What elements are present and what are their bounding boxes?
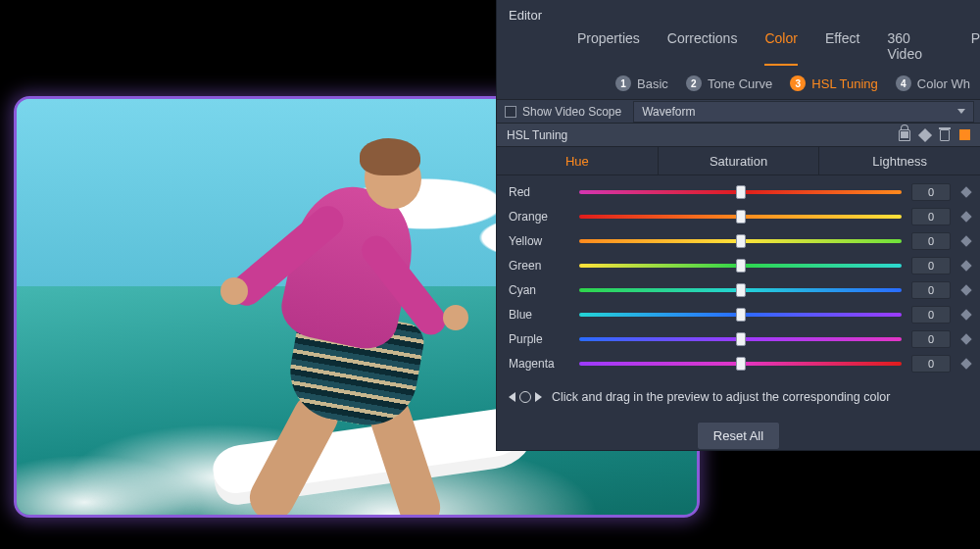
keyframe-icon[interactable] xyxy=(960,211,971,222)
active-indicator-icon[interactable] xyxy=(959,129,970,140)
drag-hint-text: Click and drag in the preview to adjust … xyxy=(552,390,890,404)
select-value: Waveform xyxy=(642,105,695,119)
slider-value-input[interactable]: 0 xyxy=(911,232,951,250)
subtab-num-icon: 2 xyxy=(686,75,702,91)
keyframe-icon[interactable] xyxy=(960,235,971,246)
editor-tabs: Properties Corrections Color Effect 360 … xyxy=(497,26,980,72)
hue-slider-magenta[interactable] xyxy=(579,362,902,366)
lock-icon[interactable] xyxy=(899,129,910,141)
triangle-right-icon xyxy=(535,392,542,402)
hue-slider-blue[interactable] xyxy=(579,313,902,317)
slider-thumb[interactable] xyxy=(736,308,746,322)
hsl-mode-tabs: Hue Saturation Lightness xyxy=(497,147,980,175)
drag-hint: Click and drag in the preview to adjust … xyxy=(497,378,980,410)
slider-row-blue: Blue0 xyxy=(509,303,970,326)
subtab-num-icon: 1 xyxy=(615,75,631,91)
slider-value-input[interactable]: 0 xyxy=(911,208,951,225)
section-header: HSL Tuning xyxy=(497,124,980,147)
video-scope-select[interactable]: Waveform xyxy=(633,101,974,123)
slider-value-input[interactable]: 0 xyxy=(911,281,951,299)
slider-row-purple: Purple0 xyxy=(509,327,970,351)
editor-panel: Editor Properties Corrections Color Effe… xyxy=(496,0,980,451)
slider-label: Yellow xyxy=(509,234,579,248)
slider-thumb[interactable] xyxy=(736,332,746,346)
keyframe-icon[interactable] xyxy=(960,333,971,344)
chevron-down-icon xyxy=(957,109,965,114)
slider-value-input[interactable]: 0 xyxy=(911,355,951,373)
slider-row-magenta: Magenta0 xyxy=(509,352,970,375)
slider-thumb[interactable] xyxy=(736,210,746,224)
keyframe-icon[interactable] xyxy=(960,284,971,295)
slider-thumb[interactable] xyxy=(736,185,746,199)
subtab-tone-curve[interactable]: 2 Tone Curve xyxy=(686,75,772,91)
slider-row-cyan: Cyan0 xyxy=(509,278,970,302)
hsl-tab-saturation[interactable]: Saturation xyxy=(658,147,819,175)
slider-row-orange: Orange0 xyxy=(509,205,970,228)
slider-label: Blue xyxy=(509,308,579,322)
keyframe-icon[interactable] xyxy=(960,186,971,197)
slider-row-green: Green0 xyxy=(509,254,970,277)
subtab-num-icon: 3 xyxy=(790,75,806,91)
reset-all-button[interactable]: Reset All xyxy=(697,422,780,450)
slider-thumb[interactable] xyxy=(736,259,746,273)
keyframe-icon[interactable] xyxy=(960,260,971,271)
panel-title: Editor xyxy=(497,0,980,26)
slider-value-input[interactable]: 0 xyxy=(911,330,951,348)
tab-more[interactable]: P xyxy=(971,30,980,66)
hsl-sliders: Red0Orange0Yellow0Green0Cyan0Blue0Purple… xyxy=(497,175,980,378)
keyframe-icon[interactable] xyxy=(918,128,932,142)
drag-target-icon[interactable] xyxy=(509,391,542,403)
triangle-left-icon xyxy=(509,392,515,402)
keyframe-icon[interactable] xyxy=(960,358,971,369)
video-scope-row: Show Video Scope Waveform xyxy=(497,99,980,124)
slider-value-input[interactable]: 0 xyxy=(911,183,951,201)
subtab-label: Tone Curve xyxy=(708,76,772,91)
subtab-basic[interactable]: 1 Basic xyxy=(615,75,668,91)
slider-thumb[interactable] xyxy=(736,234,746,248)
tab-color[interactable]: Color xyxy=(764,30,797,66)
subtab-label: Color Wh xyxy=(917,76,970,91)
keyframe-icon[interactable] xyxy=(960,309,971,320)
subtab-label: Basic xyxy=(637,76,668,91)
hue-slider-green[interactable] xyxy=(579,264,902,268)
checkbox-icon xyxy=(505,106,516,118)
editor-subtabs: 1 Basic 2 Tone Curve 3 HSL Tuning 4 Colo… xyxy=(497,72,980,99)
slider-thumb[interactable] xyxy=(736,357,746,371)
slider-value-input[interactable]: 0 xyxy=(911,257,951,274)
hsl-tab-lightness[interactable]: Lightness xyxy=(818,147,980,175)
hue-slider-orange[interactable] xyxy=(579,215,902,219)
slider-label: Magenta xyxy=(509,357,579,371)
tab-properties[interactable]: Properties xyxy=(577,30,640,66)
slider-label: Green xyxy=(509,259,579,273)
slider-row-yellow: Yellow0 xyxy=(509,229,970,253)
hsl-tab-hue[interactable]: Hue xyxy=(497,147,658,175)
subtab-color-wheel[interactable]: 4 Color Wh xyxy=(896,75,970,91)
show-video-scope-checkbox[interactable]: Show Video Scope xyxy=(497,105,629,119)
hue-slider-red[interactable] xyxy=(579,190,902,194)
hue-slider-yellow[interactable] xyxy=(579,239,902,243)
tab-corrections[interactable]: Corrections xyxy=(667,30,738,66)
subtab-hsl-tuning[interactable]: 3 HSL Tuning xyxy=(790,75,877,91)
tab-360-video[interactable]: 360 Video xyxy=(887,30,943,66)
slider-label: Red xyxy=(509,185,579,199)
subtab-num-icon: 4 xyxy=(896,75,911,91)
slider-thumb[interactable] xyxy=(736,283,746,297)
hue-slider-cyan[interactable] xyxy=(579,288,902,292)
slider-label: Orange xyxy=(509,210,579,224)
slider-row-red: Red0 xyxy=(509,180,970,204)
checkbox-label: Show Video Scope xyxy=(522,105,621,119)
hue-slider-purple[interactable] xyxy=(579,337,902,341)
slider-label: Purple xyxy=(509,332,579,346)
section-title: HSL Tuning xyxy=(507,128,567,142)
tab-effect[interactable]: Effect xyxy=(825,30,860,66)
slider-label: Cyan xyxy=(509,283,579,297)
preview-surfer xyxy=(173,119,467,472)
trash-icon[interactable] xyxy=(940,129,950,141)
slider-value-input[interactable]: 0 xyxy=(911,306,951,324)
target-circle-icon xyxy=(519,391,531,403)
subtab-label: HSL Tuning xyxy=(811,76,877,91)
